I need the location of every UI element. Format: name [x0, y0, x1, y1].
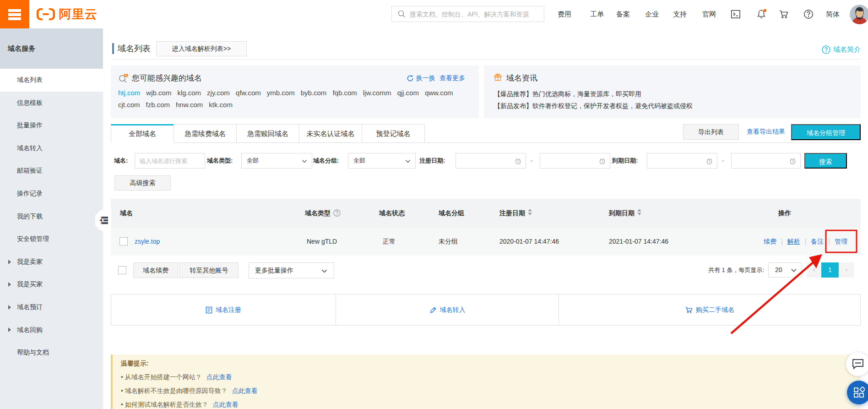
col-group: 域名分组	[439, 199, 464, 228]
notice-link[interactable]: 点此查看	[213, 401, 239, 408]
sidebar-item-preorder[interactable]: 域名预订	[0, 296, 103, 319]
sidebar-item-buyback[interactable]: 域名回购	[0, 319, 103, 342]
suggested-domain-link[interactable]: qww.com	[425, 89, 453, 97]
domain-name-link[interactable]: zsyle.top	[135, 238, 160, 245]
sort-icons[interactable]	[527, 199, 533, 228]
tab-redeem-soon[interactable]: 急需赎回域名	[236, 124, 299, 143]
suggested-domain-link[interactable]: qfw.com	[236, 89, 261, 97]
suggested-domain-link[interactable]: hnw.com	[176, 101, 203, 109]
sidebar-item-downloads[interactable]: 我的下载	[0, 205, 103, 228]
suggested-domain-link[interactable]: ljw.comm	[363, 89, 391, 97]
widgets-panel-button[interactable]	[847, 381, 868, 404]
sidebar-item-security-lock[interactable]: 安全锁管理	[0, 228, 103, 251]
console-terminal-icon[interactable]	[730, 9, 741, 20]
sidebar-item-email-verify[interactable]: 邮箱验证	[0, 159, 103, 182]
domain-intro-link[interactable]: 域名简介	[822, 45, 861, 54]
notice-link[interactable]: 点此查看	[206, 373, 232, 381]
transfer-in-domain-link[interactable]: 域名转入	[336, 294, 559, 325]
suggested-domain-link[interactable]: ktk.com	[209, 101, 233, 109]
sidebar-item-transfer-in[interactable]: 域名转入	[0, 137, 103, 160]
suggested-domain-link[interactable]: fzb.com	[146, 101, 170, 109]
user-avatar[interactable]	[850, 5, 868, 24]
remark-action-link[interactable]: 备注	[811, 238, 824, 245]
exp-date-start-input[interactable]	[647, 153, 717, 169]
page-size-select[interactable]: 20	[768, 262, 802, 278]
type-filter-select[interactable]: 全部	[241, 153, 312, 169]
help-icon[interactable]	[803, 9, 814, 20]
prev-page-button[interactable]: ‹	[807, 262, 821, 278]
tab-preregister[interactable]: 预登记域名	[362, 124, 425, 143]
suggested-domain-link[interactable]: htj.com	[118, 89, 140, 97]
register-domain-link[interactable]: 域名注册	[111, 294, 336, 325]
renew-action-link[interactable]: 续费	[764, 238, 776, 245]
notice-item: • 如何测试域名解析是否生效？点此查看	[121, 401, 861, 409]
tab-all-domains[interactable]: 全部域名	[111, 124, 174, 143]
sidebar-item-batch-ops[interactable]: 批量操作	[0, 114, 103, 137]
page-header: 域名列表 进入域名解析列表>> 域名简介	[111, 28, 861, 60]
hamburger-menu-button[interactable]	[0, 0, 29, 28]
notification-bell-icon[interactable]	[756, 9, 767, 20]
notice-link[interactable]: 点此查看	[232, 387, 258, 394]
notice-text: 域名解析不生效是由哪些原因导致？	[125, 387, 228, 394]
sidebar-item-info-template[interactable]: 信息模板	[0, 92, 103, 115]
topnav-billing[interactable]: 费用	[558, 0, 571, 28]
resolve-action-link[interactable]: 解析	[787, 238, 800, 245]
more-batch-ops-select[interactable]: 更多批量操作	[249, 262, 334, 278]
next-page-button[interactable]: ›	[839, 262, 854, 278]
select-all-checkbox[interactable]	[118, 266, 126, 274]
question-circle-icon[interactable]	[333, 200, 341, 229]
global-search-input[interactable]	[410, 11, 542, 18]
domain-group-manage-button[interactable]: 域名分组管理	[791, 124, 861, 140]
topnav-website[interactable]: 官网	[702, 0, 716, 28]
filter-bar: 域名: 域名类型: 全部 域名分组: 全部 注册日期: - 到期日期: - 搜索	[111, 153, 861, 169]
suggested-domain-link[interactable]: cjt.com	[118, 101, 140, 109]
buy-secondhand-domain-link[interactable]: 购买二手域名	[559, 294, 860, 325]
domain-filter-input[interactable]	[135, 153, 205, 168]
topnav-enterprise[interactable]: 企业	[645, 0, 659, 28]
sidebar-item-domain-list[interactable]: 域名列表	[0, 69, 103, 92]
sort-icons[interactable]	[636, 199, 642, 228]
cart-icon[interactable]	[778, 9, 789, 20]
suggested-domain-link[interactable]: ymb.com	[267, 89, 295, 97]
tab-not-verified[interactable]: 未实名认证域名	[299, 124, 362, 143]
current-page-button[interactable]: 1	[821, 262, 839, 278]
sidebar-item-help-docs[interactable]: 帮助与文档	[0, 341, 103, 364]
suggested-domain-link[interactable]: fqb.com	[332, 89, 357, 97]
shuffle-domains-link[interactable]: 换一换	[416, 74, 435, 82]
feedback-chat-button[interactable]	[846, 352, 868, 376]
export-list-button[interactable]: 导出列表	[683, 124, 739, 140]
sidebar-item-buyer[interactable]: 我是买家	[0, 273, 103, 296]
col-reg-date: 注册日期	[499, 199, 533, 228]
global-search-box[interactable]	[391, 6, 544, 22]
reg-date-start-input[interactable]	[456, 153, 526, 169]
view-export-result-link[interactable]: 查看导出结果	[747, 128, 785, 136]
goto-dns-list-button[interactable]: 进入域名解析列表>>	[156, 41, 247, 56]
exp-date-end-input[interactable]	[731, 153, 801, 169]
reg-date-end-input[interactable]	[540, 153, 610, 169]
topnav-icp[interactable]: 备案	[616, 0, 630, 28]
news-item[interactable]: 【爆品推荐】热门优选商标，海量资源库，即买即用	[494, 90, 641, 98]
row-checkbox[interactable]	[119, 237, 128, 245]
batch-transfer-button[interactable]: 转至其他账号	[179, 262, 239, 278]
expand-arrow-icon	[8, 327, 11, 332]
sidebar-item-seller[interactable]: 我是卖家	[0, 251, 103, 273]
suggested-domain-link[interactable]: qjj.com	[397, 89, 419, 97]
language-switcher[interactable]: 简体	[826, 0, 840, 28]
news-item[interactable]: 【新品发布】软件著作权登记，保护开发者权益，避免代码被盗或侵权	[494, 102, 693, 110]
chat-bubble-icon	[852, 359, 864, 370]
topnav-ticket[interactable]: 工单	[590, 0, 604, 28]
aliyun-logo[interactable]: 阿里云	[36, 6, 98, 22]
suggested-domain-link[interactable]: zjy.com	[207, 89, 230, 97]
suggested-domain-link[interactable]: klg.com	[177, 89, 201, 97]
suggested-domain-link[interactable]: byb.com	[301, 89, 327, 97]
topnav-support[interactable]: 支持	[673, 0, 687, 28]
manage-action-link[interactable]: 管理	[835, 238, 847, 245]
batch-renew-button[interactable]: 域名续费	[133, 262, 178, 278]
view-more-domains-link[interactable]: 查看更多	[439, 74, 465, 82]
advanced-search-button[interactable]: 高级搜索	[114, 175, 171, 191]
suggested-domain-link[interactable]: wjb.com	[146, 89, 171, 97]
sidebar-item-op-log[interactable]: 操作记录	[0, 182, 103, 205]
search-button[interactable]: 搜索	[804, 153, 847, 169]
tab-renew-soon[interactable]: 急需续费域名	[174, 124, 237, 143]
group-filter-select[interactable]: 全部	[348, 153, 416, 169]
